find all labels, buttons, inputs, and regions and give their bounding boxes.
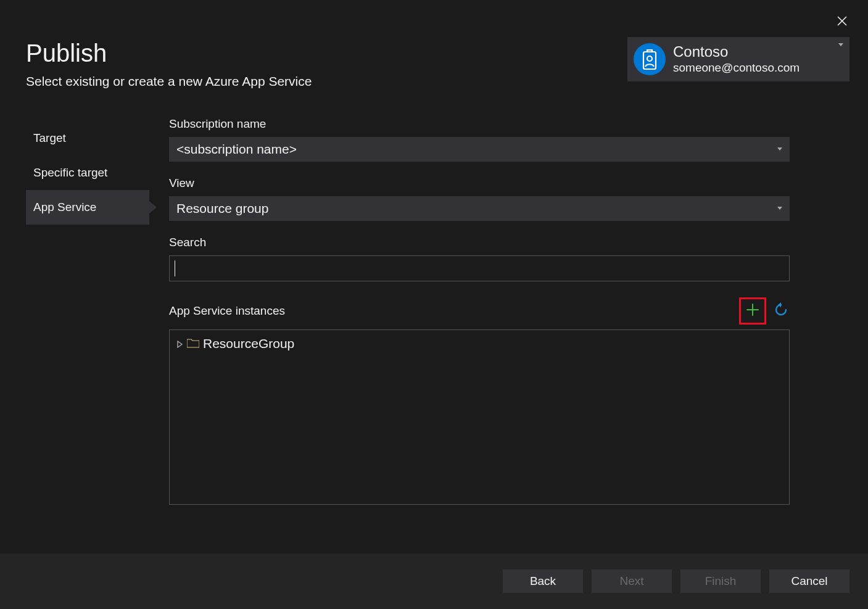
view-value: Resource group (176, 201, 268, 216)
subscription-value: <subscription name> (176, 142, 297, 157)
sidebar-item-app-service[interactable]: App Service (26, 190, 149, 225)
page-subtitle: Select existing or create a new Azure Ap… (26, 74, 312, 89)
search-label: Search (169, 236, 790, 249)
folder-icon (187, 336, 199, 351)
chevron-down-icon (777, 147, 782, 151)
cancel-button[interactable]: Cancel (769, 570, 849, 593)
view-dropdown[interactable]: Resource group (169, 196, 790, 221)
chevron-down-icon (777, 207, 782, 210)
subscription-label: Subscription name (169, 117, 790, 131)
account-info: Contoso someone@contoso.com (673, 43, 838, 75)
account-email: someone@contoso.com (673, 61, 838, 75)
add-instance-button[interactable] (739, 297, 766, 325)
text-cursor (175, 260, 175, 276)
wizard-footer: Back Next Finish Cancel (0, 553, 868, 609)
search-input[interactable] (169, 255, 790, 281)
plus-icon (746, 303, 759, 319)
chevron-right-icon (177, 336, 183, 351)
back-button[interactable]: Back (503, 570, 583, 593)
sidebar-item-label: Specific target (33, 166, 107, 180)
sidebar-item-target[interactable]: Target (26, 121, 149, 155)
wizard-sidebar: Target Specific target App Service (26, 121, 149, 225)
page-title: Publish (26, 39, 107, 67)
sidebar-item-specific-target[interactable]: Specific target (26, 155, 149, 190)
view-label: View (169, 176, 790, 190)
finish-button: Finish (680, 570, 761, 593)
close-button[interactable] (836, 15, 848, 27)
sidebar-item-label: App Service (33, 201, 96, 214)
tree-node-resourcegroup[interactable]: ResourceGroup (177, 336, 782, 351)
refresh-button[interactable] (772, 302, 790, 320)
account-name: Contoso (673, 43, 838, 61)
chevron-down-icon (838, 43, 843, 47)
account-switcher[interactable]: Contoso someone@contoso.com (627, 37, 849, 81)
account-badge-icon (634, 43, 666, 75)
sidebar-item-label: Target (33, 131, 66, 145)
tree-node-label: ResourceGroup (203, 336, 294, 351)
next-button: Next (592, 570, 672, 593)
instances-tree[interactable]: ResourceGroup (169, 329, 790, 505)
refresh-icon (774, 302, 788, 320)
subscription-dropdown[interactable]: <subscription name> (169, 137, 790, 162)
instances-label: App Service instances (169, 304, 285, 318)
